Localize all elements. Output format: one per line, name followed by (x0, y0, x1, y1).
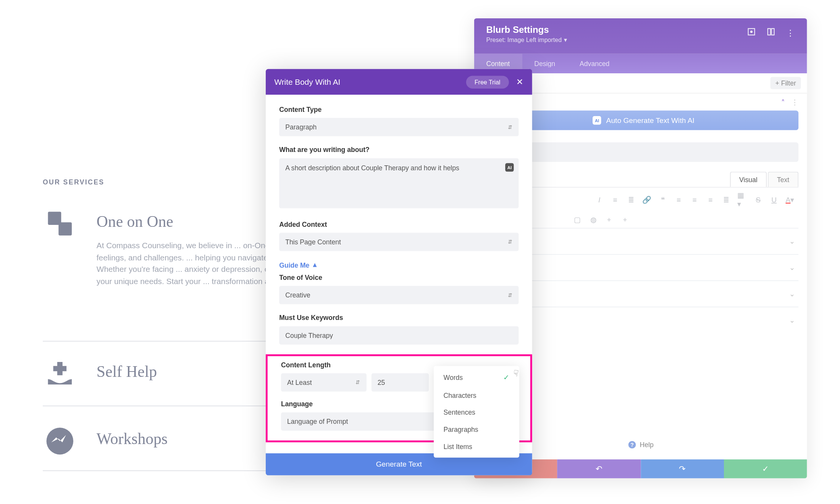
plus-icon[interactable]: + (604, 216, 614, 224)
svg-rect-5 (768, 29, 771, 35)
writing-about-textarea[interactable]: A short description about Couple Therapy… (279, 158, 519, 208)
align-center-icon[interactable]: ≡ (690, 195, 699, 204)
close-icon[interactable]: ✕ (516, 77, 523, 87)
redo-button[interactable]: ↷ (641, 459, 724, 478)
filter-button[interactable]: + Filter (771, 77, 801, 89)
strikethrough-icon[interactable]: S (753, 195, 763, 204)
table-icon[interactable]: ▦ ▾ (737, 191, 747, 208)
quote-icon[interactable]: ❝ (658, 195, 668, 204)
preset-dropdown[interactable]: Preset: Image Left imported▾ (486, 37, 567, 44)
free-trial-badge[interactable]: Free Trial (466, 76, 509, 89)
title-input[interactable]: y (489, 142, 798, 162)
list-ul-icon[interactable]: ≡ (610, 195, 620, 204)
more-icon[interactable]: ⋮ (786, 28, 795, 38)
unit-option-paragraphs[interactable]: Paragraphs (434, 421, 519, 438)
guide-me-toggle[interactable]: Guide Me▴ (279, 261, 519, 269)
plus-icon-2[interactable]: + (620, 216, 630, 224)
section-row[interactable]: .⌄ (489, 228, 798, 254)
tone-select[interactable]: Creative (279, 286, 519, 304)
align-left-icon[interactable]: ≡ (674, 195, 684, 204)
undo-button[interactable]: ↶ (557, 459, 641, 478)
panel-title: Blurb Settings (486, 24, 567, 35)
keywords-input[interactable] (279, 326, 519, 344)
ai-panel-header: Write Body With AI Free Trial ✕ (266, 69, 532, 95)
help-link[interactable]: ? Help (628, 441, 654, 449)
content-type-label: Content Type (279, 106, 519, 113)
length-unit-dropdown: Words✓ Characters Sentences Paragraphs L… (434, 366, 519, 457)
align-right-icon[interactable]: ≡ (706, 195, 716, 204)
keywords-label: Must Use Keywords (279, 314, 519, 321)
media-icon[interactable]: ◍ (588, 216, 598, 224)
chevron-down-icon: ⌄ (789, 263, 795, 271)
editor-tab-visual[interactable]: Visual (730, 172, 767, 187)
confirm-button[interactable]: ✓ (724, 459, 807, 478)
target-icon[interactable] (747, 27, 756, 38)
content-length-highlight: Content Length At Least Words✓ Character… (266, 354, 532, 442)
svg-rect-6 (772, 29, 774, 35)
length-value-input[interactable] (372, 373, 429, 392)
added-context-label: Added Context (279, 221, 519, 228)
rich-text-toolbar-row2: ▢ ◍ + + (489, 212, 798, 228)
undo-icon: ↶ (596, 464, 603, 473)
text-color-icon[interactable]: A ▾ (785, 195, 795, 204)
writing-about-label: What are you writing about? (279, 146, 519, 153)
section-more-icon[interactable]: ⋮ (791, 99, 798, 107)
align-justify-icon[interactable]: ≣ (722, 195, 732, 204)
unit-option-sentences[interactable]: Sentences (434, 404, 519, 421)
italic-icon[interactable]: I (594, 195, 604, 204)
editor-tab-text[interactable]: Text (768, 172, 798, 187)
auto-generate-ai-button[interactable]: AI Auto Generate Text With AI (489, 111, 798, 130)
content-type-select[interactable]: Paragraph (279, 118, 519, 136)
section-heading: OUR SERVICES (43, 178, 105, 186)
ai-badge-icon: AI (593, 116, 601, 124)
chevron-up-icon: ▴ (313, 261, 317, 269)
chevron-down-icon: ⌄ (789, 290, 795, 298)
section-row[interactable]: d⌄ (489, 280, 798, 307)
section-row[interactable]: el⌄ (489, 307, 798, 333)
ai-panel-title: Write Body With AI (274, 77, 340, 86)
messenger-icon (43, 424, 77, 458)
image-icon[interactable]: ▢ (572, 216, 582, 224)
unit-option-list-items[interactable]: List Items (434, 438, 519, 455)
underline-icon[interactable]: U (769, 195, 779, 204)
collapse-chevron-icon[interactable]: ˄ (781, 99, 785, 107)
svg-point-4 (751, 31, 752, 32)
section-row[interactable]: .⌄ (489, 254, 798, 281)
layout-icon[interactable] (767, 27, 775, 38)
unit-option-words[interactable]: Words✓ (434, 368, 519, 387)
svg-rect-1 (58, 222, 72, 236)
panel-header: Blurb Settings Preset: Image Left import… (474, 18, 807, 54)
chevron-down-icon: ⌄ (789, 237, 795, 246)
rich-text-toolbar: I ≡ ≣ 🔗 ❝ ≡ ≡ ≡ ≣ ▦ ▾ S U A ▾ (489, 187, 798, 212)
chevron-down-icon: ⌄ (789, 316, 795, 324)
write-body-ai-panel: Write Body With AI Free Trial ✕ Content … (266, 69, 532, 475)
svg-text:?: ? (630, 442, 633, 448)
hands-plus-icon (43, 357, 77, 391)
redo-icon: ↷ (679, 464, 686, 473)
list-ol-icon[interactable]: ≣ (626, 195, 636, 204)
link-icon[interactable]: 🔗 (642, 195, 652, 204)
windows-icon (43, 207, 77, 241)
tone-label: Tone of Voice (279, 274, 519, 281)
tab-advanced[interactable]: Advanced (567, 54, 622, 73)
check-icon: ✓ (503, 373, 509, 382)
check-icon: ✓ (762, 464, 769, 473)
ai-badge-icon[interactable]: AI (505, 163, 514, 171)
length-mode-select[interactable]: At Least (281, 373, 367, 392)
added-context-select[interactable]: This Page Content (279, 233, 519, 251)
unit-option-characters[interactable]: Characters (434, 387, 519, 404)
